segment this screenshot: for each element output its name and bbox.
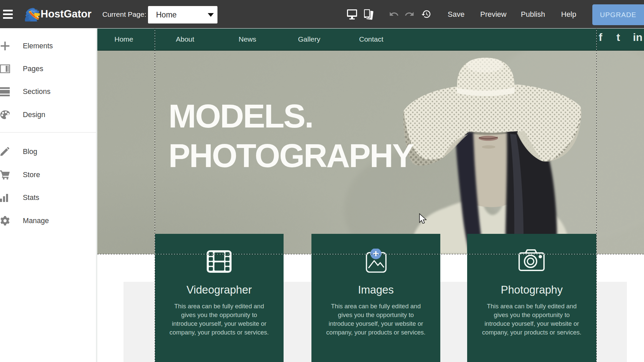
svg-text:MODELS.: MODELS. — [168, 97, 313, 135]
svg-text:PHOTOGRAPHY: PHOTOGRAPHY — [168, 138, 414, 174]
